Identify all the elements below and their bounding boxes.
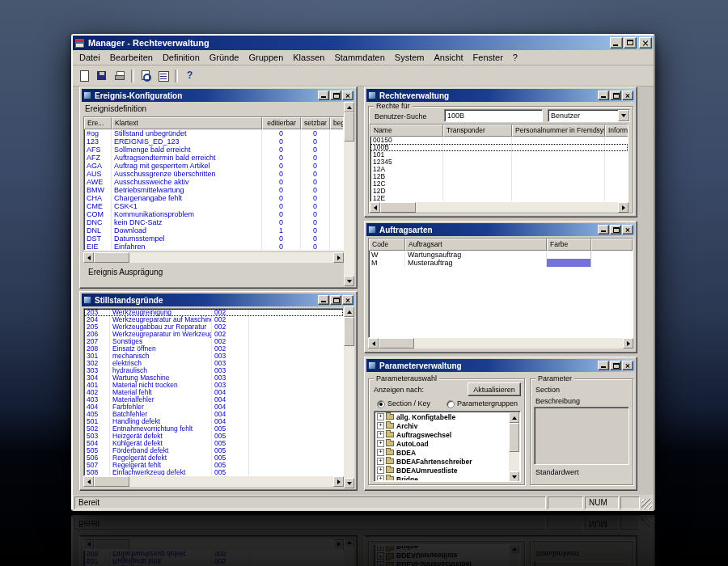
scroll-left-button[interactable] [83, 476, 94, 487]
radio-parametergruppen[interactable] [447, 400, 455, 408]
table-row[interactable]: 12A [370, 166, 628, 173]
column-header[interactable]: beg... [330, 117, 343, 129]
close-button[interactable] [622, 225, 633, 234]
table-row[interactable]: 402Material fehlt004 [84, 389, 343, 396]
combobox-dropdown-button[interactable] [618, 110, 629, 121]
menu-item-definition[interactable]: Definition [158, 52, 205, 63]
scrollbar-track[interactable] [94, 252, 333, 263]
column-header[interactable]: setzbar [301, 117, 330, 129]
table-row[interactable]: AGAAuftrag mit gesperrtem Artikel00 [84, 162, 343, 170]
scrollbar-thumb[interactable] [344, 317, 354, 346]
scroll-down-button[interactable] [509, 471, 519, 482]
minimize-button[interactable] [318, 295, 329, 305]
table-row[interactable]: 405Batchfehler004 [84, 411, 343, 418]
table-row[interactable]: 208Einsatz öffnen002 [84, 345, 343, 353]
scrollbar-track[interactable] [379, 338, 623, 348]
menu-item-klassen[interactable]: Klassen [288, 52, 329, 63]
menu-item-datei[interactable]: Datei [74, 52, 105, 63]
scroll-right-button[interactable] [623, 338, 633, 348]
properties-button[interactable] [154, 68, 172, 84]
table-row[interactable]: 12D [370, 188, 628, 195]
scroll-left-button[interactable] [370, 202, 380, 213]
radio-section-key[interactable] [377, 400, 385, 408]
table-row[interactable]: 504Kühlgerät defekt005 [84, 440, 343, 447]
minimize-button[interactable] [318, 91, 329, 100]
table-row[interactable]: 101 [370, 151, 628, 158]
tree-item[interactable]: Bridge [375, 475, 509, 480]
print-preview-button[interactable] [137, 68, 154, 84]
vertical-scrollbar[interactable] [344, 102, 354, 286]
title-bar[interactable]: Auftragsarten [366, 223, 635, 236]
maximize-button[interactable] [330, 295, 341, 305]
title-bar[interactable]: Rechteverwaltung [366, 89, 635, 102]
tree-item[interactable]: BDEAUmruestliste [375, 466, 509, 475]
title-bar[interactable]: Manager - Rechteverwaltung [73, 36, 654, 50]
maximize-button[interactable] [610, 225, 621, 234]
scroll-up-button[interactable] [344, 102, 354, 112]
table-row[interactable]: EIEEinfahren00 [84, 243, 343, 251]
table-row[interactable]: CHAChargenangabe fehlt00 [84, 194, 343, 202]
menu-item-system[interactable]: System [390, 52, 430, 63]
table-row[interactable]: 206Werkzeugreparatur im Werkzeugbau002 [84, 331, 343, 338]
table-row[interactable]: DNLDownload10 [84, 226, 343, 234]
table-row[interactable]: 403Materialfehler004 [84, 396, 343, 403]
column-header[interactable]: Klartext [112, 117, 262, 129]
horizontal-scrollbar[interactable] [370, 202, 629, 213]
expand-icon[interactable] [377, 475, 384, 480]
close-button[interactable] [622, 361, 633, 370]
title-bar[interactable]: Stillstandsgründe [82, 294, 355, 306]
scroll-right-button[interactable] [333, 476, 344, 487]
horizontal-scrollbar[interactable] [83, 476, 344, 487]
minimize-button[interactable] [610, 37, 623, 49]
minimize-button[interactable] [598, 361, 609, 370]
table-row[interactable]: WWartungsauftrag [369, 251, 633, 259]
scrollbar-thumb[interactable] [379, 338, 414, 348]
scroll-down-button[interactable] [344, 276, 354, 286]
table-row[interactable]: BMWBetriebsmittelwartung00 [84, 186, 343, 194]
maximize-button[interactable] [610, 361, 621, 370]
table-row[interactable]: 203Werkzeugreinigung002 [84, 309, 343, 316]
expand-icon[interactable] [377, 467, 384, 474]
table-row[interactable]: 502Entnahmevorrichtung fehlt005 [84, 425, 343, 433]
tree-item[interactable]: Archiv [375, 421, 509, 430]
table-row[interactable]: 123EREIGNIS_ED_12300 [84, 137, 343, 146]
table-row[interactable]: 204Werkzeugreparatur auf Maschine002 [84, 316, 343, 323]
table-row[interactable]: 207Sonstiges002 [84, 338, 343, 345]
menu-item-stammdaten[interactable]: Stammdaten [329, 52, 389, 63]
scrollbar-thumb[interactable] [94, 476, 129, 487]
scrollbar-thumb[interactable] [380, 202, 416, 213]
column-header[interactable]: Transponder [443, 125, 512, 137]
table-row[interactable]: #ogStillstand unbegründet00 [84, 129, 343, 137]
column-header[interactable]: Auftragsart [405, 239, 547, 251]
scroll-left-button[interactable] [368, 338, 379, 348]
table-row[interactable]: 12B [370, 173, 628, 180]
table-row[interactable]: 12345 [370, 158, 628, 166]
minimize-button[interactable] [598, 225, 609, 234]
maximize-button[interactable] [624, 37, 637, 49]
table-row[interactable]: DSTDatumsstempel00 [84, 234, 343, 243]
table-row[interactable]: 100B [370, 144, 628, 151]
tree-item[interactable]: Auftragswechsel [375, 430, 509, 439]
new-button[interactable] [75, 68, 93, 84]
table-row[interactable]: COMKommunikationsproblem00 [84, 210, 343, 218]
print-button[interactable] [111, 68, 129, 84]
scrollbar-track[interactable] [94, 476, 333, 487]
table-row[interactable]: 205Werkzeugabbau zur Reparatur002 [84, 323, 343, 331]
table-row[interactable]: 508Einfachwerkzeug defekt005 [84, 469, 343, 476]
horizontal-scrollbar[interactable] [368, 338, 633, 348]
radio-section-key-label[interactable]: Section / Key [387, 399, 430, 408]
expand-icon[interactable] [377, 431, 384, 438]
scroll-down-button[interactable] [344, 478, 354, 488]
table-row[interactable]: 00150 [370, 137, 628, 144]
table-row[interactable]: 302elektrisch003 [84, 360, 343, 367]
title-bar[interactable]: Ereignis-Konfiguration [82, 89, 355, 102]
menu-item-?[interactable]: ? [508, 52, 523, 63]
column-header[interactable]: Farbe [547, 239, 591, 251]
close-button[interactable] [639, 37, 652, 49]
table-row[interactable]: 12E [370, 195, 628, 202]
maximize-button[interactable] [330, 91, 341, 100]
table-row[interactable]: 507Regelgerät fehlt005 [84, 462, 343, 469]
close-button[interactable] [342, 295, 353, 305]
table-row[interactable]: 506Regelgerät defekt005 [84, 454, 343, 462]
column-header[interactable]: Code [369, 239, 405, 251]
